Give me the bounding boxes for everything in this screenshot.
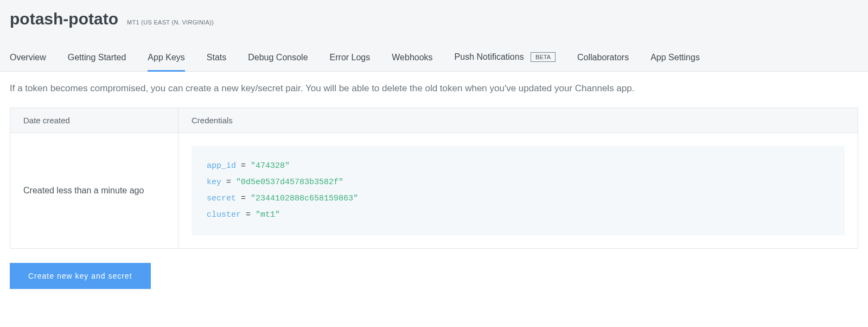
- tab-label: App Settings: [650, 53, 700, 62]
- tab-error-logs[interactable]: Error Logs: [330, 46, 371, 71]
- tab-label: Getting Started: [68, 53, 126, 62]
- cluster-label: MT1 (US EAST (N. VIRGINIA)): [127, 19, 214, 26]
- beta-badge: BETA: [531, 52, 556, 62]
- equals-icon: =: [241, 161, 246, 171]
- tab-label: Error Logs: [330, 53, 371, 62]
- tab-webhooks[interactable]: Webhooks: [392, 46, 432, 71]
- keys-table: Date created Credentials Created less th…: [10, 108, 858, 249]
- equals-icon: =: [246, 210, 251, 219]
- tab-label: App Keys: [148, 53, 184, 62]
- col-date-created: Date created: [10, 108, 178, 133]
- app-title: potash-potato: [10, 10, 118, 28]
- tab-push-notifications[interactable]: Push Notifications BETA: [455, 46, 556, 71]
- tab-app-settings[interactable]: App Settings: [650, 46, 700, 71]
- content: If a token becomes compromised, you can …: [0, 72, 868, 299]
- cell-credentials: app_id = "474328" key = "0d5e0537d45783b…: [178, 133, 858, 248]
- tab-label: Debug Console: [248, 53, 308, 62]
- cell-date-created: Created less than a minute ago: [10, 133, 178, 248]
- cred-key: secret: [207, 194, 236, 203]
- tab-label: Push Notifications: [455, 52, 524, 61]
- tab-getting-started[interactable]: Getting Started: [68, 46, 126, 71]
- credential-line-cluster: cluster = "mt1": [207, 207, 829, 223]
- cred-value: "mt1": [256, 210, 280, 219]
- equals-icon: =: [226, 178, 231, 187]
- table-row: Created less than a minute ago app_id = …: [10, 133, 858, 248]
- tab-label: Webhooks: [392, 53, 432, 62]
- col-credentials: Credentials: [178, 108, 858, 133]
- credential-line-app-id: app_id = "474328": [207, 158, 829, 174]
- tab-label: Collaborators: [577, 53, 629, 62]
- title-row: potash-potato MT1 (US EAST (N. VIRGINIA)…: [10, 10, 858, 46]
- tab-overview[interactable]: Overview: [10, 46, 46, 71]
- tab-debug-console[interactable]: Debug Console: [248, 46, 308, 71]
- cred-key: key: [207, 178, 221, 187]
- cred-value: "2344102888c658159863": [251, 194, 358, 203]
- header-region: potash-potato MT1 (US EAST (N. VIRGINIA)…: [0, 0, 868, 72]
- credential-line-key: key = "0d5e0537d45783b3582f": [207, 174, 829, 191]
- table-header-row: Date created Credentials: [10, 108, 858, 133]
- tab-collaborators[interactable]: Collaborators: [577, 46, 629, 71]
- credential-line-secret: secret = "2344102888c658159863": [207, 191, 829, 207]
- cred-key: app_id: [207, 161, 236, 171]
- create-key-button[interactable]: Create new key and secret: [10, 263, 151, 289]
- page-description: If a token becomes compromised, you can …: [10, 81, 858, 96]
- tab-label: Overview: [10, 53, 46, 62]
- tabs: Overview Getting Started App Keys Stats …: [10, 46, 858, 71]
- tab-app-keys[interactable]: App Keys: [148, 46, 184, 71]
- credentials-code-block: app_id = "474328" key = "0d5e0537d45783b…: [192, 146, 845, 235]
- cred-value: "474328": [251, 161, 290, 171]
- cred-key: cluster: [207, 210, 241, 219]
- tab-stats[interactable]: Stats: [207, 46, 226, 71]
- equals-icon: =: [241, 194, 246, 203]
- tab-label: Stats: [207, 53, 226, 62]
- cred-value: "0d5e0537d45783b3582f": [236, 178, 343, 187]
